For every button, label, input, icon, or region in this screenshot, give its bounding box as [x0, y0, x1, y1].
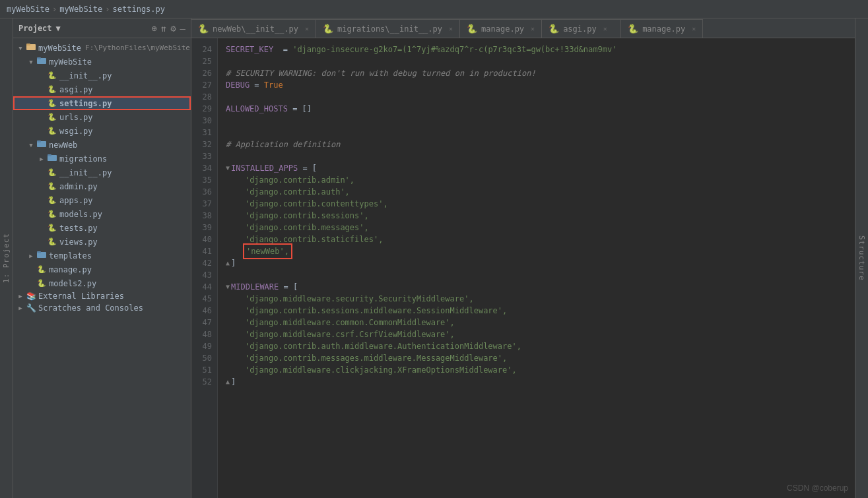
code-text: 'django.middleware.csrf.CsrfViewMiddlewa…: [226, 328, 455, 340]
tree-arrow: ▶: [16, 305, 25, 311]
code-text: [226, 269, 230, 281]
code-text: [226, 150, 230, 162]
file-icon: 🐍: [46, 98, 58, 109]
tree-item-manage-py[interactable]: 🐍manage.py: [13, 263, 191, 276]
tab-asgi[interactable]: 🐍asgi.py✕: [542, 19, 621, 38]
tab-close-button[interactable]: ✕: [449, 25, 453, 32]
breadcrumb-item-2[interactable]: myWebSite: [59, 5, 102, 14]
close-panel-icon[interactable]: —: [180, 23, 185, 34]
tree-item-scratches-and-consoles[interactable]: ▶🔧Scratches and Consoles: [13, 302, 191, 314]
settings-icon[interactable]: ⚙: [170, 23, 176, 34]
tree-item-external-libraries[interactable]: ▶📚External Libraries: [13, 290, 191, 302]
watermark: CSDN @coberup: [787, 483, 848, 493]
collapse-arrow[interactable]: ▲: [226, 376, 230, 388]
file-icon: 🐍: [46, 167, 58, 178]
tree-item-wsgi-py[interactable]: 🐍wsgi.py: [13, 124, 191, 138]
code-editor[interactable]: 2425262728293031323334353637383940414243…: [191, 38, 855, 498]
code-text: 'django.middleware.security.SecurityMidd…: [226, 293, 474, 305]
line-number: 28: [191, 91, 217, 103]
tab-bar: 🐍newWeb\__init__.py✕🐍migrations\__init__…: [191, 18, 855, 38]
code-line: [226, 150, 847, 162]
svg-text:🐍: 🐍: [48, 223, 57, 232]
svg-rect-20: [37, 251, 41, 253]
tree-item-tests-py[interactable]: 🐍tests.py: [13, 221, 191, 235]
code-line: [226, 115, 847, 127]
line-number: 51: [191, 364, 217, 376]
scope-icon[interactable]: ⊕: [151, 23, 156, 34]
tree-item-mywebsite[interactable]: ▼myWebSiteF:\PythonFiles\myWebSite: [13, 41, 191, 55]
line-number: 47: [191, 317, 217, 328]
collapse-arrow[interactable]: ▼: [226, 281, 230, 293]
tab-icon: 🐍: [198, 24, 209, 34]
tree-label: newWeb: [49, 140, 77, 150]
tree-item-models-py[interactable]: 🐍models.py: [13, 207, 191, 221]
svg-text:🐍: 🐍: [37, 278, 46, 287]
tab-manage2[interactable]: 🐍manage.py✕: [621, 19, 703, 38]
code-content[interactable]: SECRET_KEY = 'django-insecure-g2ko7=(1^7…: [218, 38, 855, 498]
tree-item-models2-py[interactable]: 🐍models2.py: [13, 276, 191, 290]
tab-close-button[interactable]: ✕: [603, 25, 607, 32]
file-icon: [36, 250, 48, 261]
collapse-arrow[interactable]: ▼: [226, 162, 230, 174]
tab-close-button[interactable]: ✕: [305, 25, 309, 32]
svg-text:🐍: 🐍: [48, 71, 57, 79]
code-line: 'django.contrib.staticfiles',: [226, 233, 847, 245]
tab-migrations_init[interactable]: 🐍migrations\__init__.py✕: [316, 19, 460, 38]
code-line: SECRET_KEY = 'django-insecure-g2ko7=(1^7…: [226, 44, 847, 55]
breadcrumb-item-3[interactable]: settings.py: [113, 5, 165, 14]
tree-arrow: ▶: [26, 253, 36, 259]
tree-item-views-py[interactable]: 🐍views.py: [13, 235, 191, 249]
code-text: 'django.contrib.sessions.middleware.Sess…: [226, 305, 507, 317]
tab-close-button[interactable]: ✕: [531, 25, 535, 32]
tree-label: migrations: [59, 154, 107, 164]
tree-item-migrations[interactable]: ▶migrations: [13, 152, 191, 166]
collapse-all-icon[interactable]: ⇈: [161, 23, 166, 34]
breadcrumb-item-1[interactable]: myWebSite: [7, 5, 50, 14]
code-text: 'django.contrib.admin',: [226, 174, 354, 186]
line-number: 31: [191, 127, 217, 139]
line-number: 30: [191, 115, 217, 127]
file-icon: 🔧: [25, 303, 37, 313]
tree-item-asgi-py[interactable]: 🐍asgi.py: [13, 82, 191, 96]
panel-title: Project: [18, 24, 52, 33]
svg-text:🐍: 🐍: [48, 237, 57, 245]
tree-label: apps.py: [59, 196, 93, 205]
tree-item-admin-py[interactable]: 🐍admin.py: [13, 179, 191, 193]
code-line: 'django.middleware.csrf.CsrfViewMiddlewa…: [226, 328, 847, 340]
line-number: 29: [191, 103, 217, 115]
breadcrumb-sep-2: ›: [105, 5, 110, 14]
tab-newweb_init[interactable]: 🐍newWeb\__init__.py✕: [191, 19, 316, 38]
collapse-arrow[interactable]: ▲: [226, 257, 230, 269]
svg-rect-1: [26, 44, 30, 46]
code-line: ▲]: [226, 376, 847, 388]
tree-arrow: ▼: [26, 59, 36, 65]
tree-item-apps-py[interactable]: 🐍apps.py: [13, 193, 191, 207]
tree-path: F:\PythonFiles\myWebSite: [85, 44, 190, 52]
tree-item-newweb[interactable]: ▼newWeb: [13, 138, 191, 152]
line-number: 33: [191, 150, 217, 162]
tree-item-urls-py[interactable]: 🐍urls.py: [13, 110, 191, 124]
right-panel-label: Structure: [857, 235, 866, 281]
tab-manage1[interactable]: 🐍manage.py✕: [460, 19, 542, 38]
tab-close-button[interactable]: ✕: [692, 25, 696, 32]
tree-item---init---py[interactable]: 🐍__init__.py: [13, 69, 191, 82]
tree-item---init---py[interactable]: 🐍__init__.py: [13, 166, 191, 179]
tree-item-settings-py[interactable]: 🐍settings.py: [13, 96, 191, 110]
tree-item-mywebsite[interactable]: ▼myWebSite: [13, 55, 191, 69]
tree-label: wsgi.py: [59, 127, 93, 136]
panel-dropdown-arrow[interactable]: ▼: [56, 24, 61, 33]
title-bar: myWebSite › myWebSite › settings.py: [0, 0, 868, 18]
line-number: 39: [191, 222, 217, 233]
line-number: 42: [191, 257, 217, 269]
tree-arrow: ▼: [26, 142, 36, 148]
code-line: 'django.contrib.admin',: [226, 174, 847, 186]
tree-item-templates[interactable]: ▶templates: [13, 249, 191, 263]
code-text: [226, 127, 230, 139]
tree-label: views.py: [59, 237, 98, 247]
line-number: 36: [191, 186, 217, 198]
code-line: 'django.contrib.messages',: [226, 222, 847, 233]
tree-label: Scratches and Consoles: [38, 303, 143, 313]
file-icon: 🐍: [46, 195, 58, 206]
svg-text:🐍: 🐍: [37, 265, 46, 273]
code-text: [226, 115, 230, 127]
